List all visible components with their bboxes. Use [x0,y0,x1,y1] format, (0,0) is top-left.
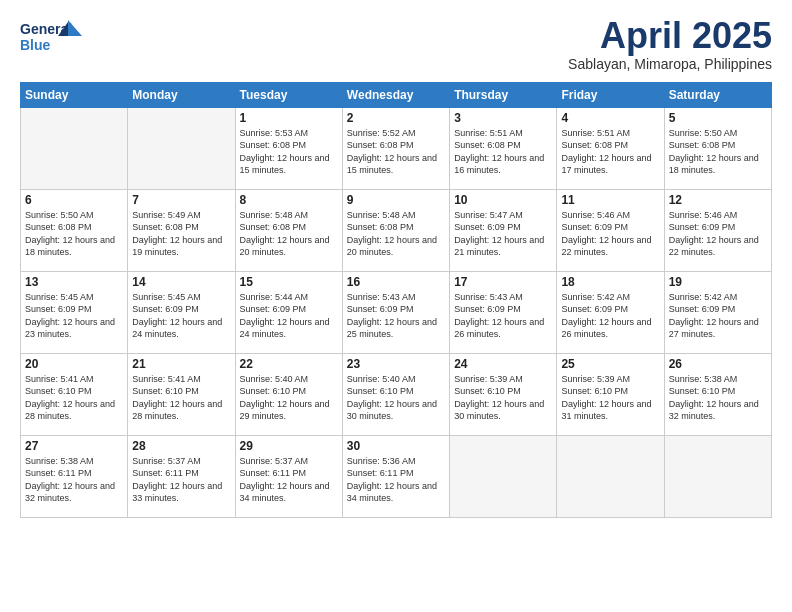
cell-info: Sunrise: 5:46 AM Sunset: 6:09 PM Dayligh… [669,209,767,259]
weekday-header-tuesday: Tuesday [235,82,342,107]
day-number: 14 [132,275,230,289]
day-number: 29 [240,439,338,453]
calendar-cell: 30Sunrise: 5:36 AM Sunset: 6:11 PM Dayli… [342,435,449,517]
logo: General Blue [20,16,90,62]
cell-info: Sunrise: 5:50 AM Sunset: 6:08 PM Dayligh… [669,127,767,177]
day-number: 22 [240,357,338,371]
weekday-header-sunday: Sunday [21,82,128,107]
calendar-cell: 25Sunrise: 5:39 AM Sunset: 6:10 PM Dayli… [557,353,664,435]
logo-block: General Blue [20,16,90,62]
calendar-cell: 21Sunrise: 5:41 AM Sunset: 6:10 PM Dayli… [128,353,235,435]
calendar-cell: 12Sunrise: 5:46 AM Sunset: 6:09 PM Dayli… [664,189,771,271]
day-number: 7 [132,193,230,207]
day-number: 3 [454,111,552,125]
calendar-cell: 4Sunrise: 5:51 AM Sunset: 6:08 PM Daylig… [557,107,664,189]
calendar-cell: 24Sunrise: 5:39 AM Sunset: 6:10 PM Dayli… [450,353,557,435]
calendar-cell: 28Sunrise: 5:37 AM Sunset: 6:11 PM Dayli… [128,435,235,517]
cell-info: Sunrise: 5:51 AM Sunset: 6:08 PM Dayligh… [454,127,552,177]
day-number: 30 [347,439,445,453]
weekday-header-friday: Friday [557,82,664,107]
month-title: April 2025 [568,16,772,56]
day-number: 27 [25,439,123,453]
day-number: 12 [669,193,767,207]
calendar-cell: 22Sunrise: 5:40 AM Sunset: 6:10 PM Dayli… [235,353,342,435]
calendar-cell: 15Sunrise: 5:44 AM Sunset: 6:09 PM Dayli… [235,271,342,353]
day-number: 2 [347,111,445,125]
cell-info: Sunrise: 5:47 AM Sunset: 6:09 PM Dayligh… [454,209,552,259]
calendar-cell: 11Sunrise: 5:46 AM Sunset: 6:09 PM Dayli… [557,189,664,271]
cell-info: Sunrise: 5:48 AM Sunset: 6:08 PM Dayligh… [347,209,445,259]
cell-info: Sunrise: 5:43 AM Sunset: 6:09 PM Dayligh… [347,291,445,341]
calendar-cell [21,107,128,189]
cell-info: Sunrise: 5:41 AM Sunset: 6:10 PM Dayligh… [25,373,123,423]
day-number: 10 [454,193,552,207]
cell-info: Sunrise: 5:51 AM Sunset: 6:08 PM Dayligh… [561,127,659,177]
cell-info: Sunrise: 5:50 AM Sunset: 6:08 PM Dayligh… [25,209,123,259]
calendar-cell: 17Sunrise: 5:43 AM Sunset: 6:09 PM Dayli… [450,271,557,353]
calendar-cell: 19Sunrise: 5:42 AM Sunset: 6:09 PM Dayli… [664,271,771,353]
day-number: 24 [454,357,552,371]
cell-info: Sunrise: 5:45 AM Sunset: 6:09 PM Dayligh… [25,291,123,341]
weekday-header-thursday: Thursday [450,82,557,107]
day-number: 6 [25,193,123,207]
cell-info: Sunrise: 5:44 AM Sunset: 6:09 PM Dayligh… [240,291,338,341]
calendar-cell: 8Sunrise: 5:48 AM Sunset: 6:08 PM Daylig… [235,189,342,271]
cell-info: Sunrise: 5:42 AM Sunset: 6:09 PM Dayligh… [561,291,659,341]
calendar-cell [664,435,771,517]
calendar-cell: 1Sunrise: 5:53 AM Sunset: 6:08 PM Daylig… [235,107,342,189]
cell-info: Sunrise: 5:42 AM Sunset: 6:09 PM Dayligh… [669,291,767,341]
cell-info: Sunrise: 5:43 AM Sunset: 6:09 PM Dayligh… [454,291,552,341]
day-number: 19 [669,275,767,289]
day-number: 16 [347,275,445,289]
calendar-table: SundayMondayTuesdayWednesdayThursdayFrid… [20,82,772,518]
title-block: April 2025 Sablayan, Mimaropa, Philippin… [568,16,772,72]
calendar-cell: 20Sunrise: 5:41 AM Sunset: 6:10 PM Dayli… [21,353,128,435]
calendar-cell: 14Sunrise: 5:45 AM Sunset: 6:09 PM Dayli… [128,271,235,353]
cell-info: Sunrise: 5:36 AM Sunset: 6:11 PM Dayligh… [347,455,445,505]
header: General Blue April 2025 Sablayan, Mimaro… [20,16,772,72]
cell-info: Sunrise: 5:40 AM Sunset: 6:10 PM Dayligh… [347,373,445,423]
calendar-cell: 18Sunrise: 5:42 AM Sunset: 6:09 PM Dayli… [557,271,664,353]
calendar-cell: 7Sunrise: 5:49 AM Sunset: 6:08 PM Daylig… [128,189,235,271]
calendar-cell: 10Sunrise: 5:47 AM Sunset: 6:09 PM Dayli… [450,189,557,271]
day-number: 8 [240,193,338,207]
cell-info: Sunrise: 5:53 AM Sunset: 6:08 PM Dayligh… [240,127,338,177]
day-number: 23 [347,357,445,371]
day-number: 5 [669,111,767,125]
location: Sablayan, Mimaropa, Philippines [568,56,772,72]
cell-info: Sunrise: 5:49 AM Sunset: 6:08 PM Dayligh… [132,209,230,259]
svg-text:Blue: Blue [20,37,51,53]
day-number: 11 [561,193,659,207]
page: General Blue April 2025 Sablayan, Mimaro… [0,0,792,612]
day-number: 4 [561,111,659,125]
cell-info: Sunrise: 5:46 AM Sunset: 6:09 PM Dayligh… [561,209,659,259]
weekday-header-monday: Monday [128,82,235,107]
weekday-header-wednesday: Wednesday [342,82,449,107]
cell-info: Sunrise: 5:48 AM Sunset: 6:08 PM Dayligh… [240,209,338,259]
cell-info: Sunrise: 5:52 AM Sunset: 6:08 PM Dayligh… [347,127,445,177]
day-number: 17 [454,275,552,289]
day-number: 21 [132,357,230,371]
weekday-header-saturday: Saturday [664,82,771,107]
logo-svg: General Blue [20,16,90,58]
calendar-cell: 6Sunrise: 5:50 AM Sunset: 6:08 PM Daylig… [21,189,128,271]
day-number: 26 [669,357,767,371]
cell-info: Sunrise: 5:39 AM Sunset: 6:10 PM Dayligh… [454,373,552,423]
calendar-cell: 26Sunrise: 5:38 AM Sunset: 6:10 PM Dayli… [664,353,771,435]
svg-marker-1 [68,20,82,36]
cell-info: Sunrise: 5:38 AM Sunset: 6:10 PM Dayligh… [669,373,767,423]
day-number: 28 [132,439,230,453]
week-row-0: 1Sunrise: 5:53 AM Sunset: 6:08 PM Daylig… [21,107,772,189]
calendar-cell: 9Sunrise: 5:48 AM Sunset: 6:08 PM Daylig… [342,189,449,271]
cell-info: Sunrise: 5:37 AM Sunset: 6:11 PM Dayligh… [240,455,338,505]
day-number: 25 [561,357,659,371]
week-row-3: 20Sunrise: 5:41 AM Sunset: 6:10 PM Dayli… [21,353,772,435]
calendar-cell: 27Sunrise: 5:38 AM Sunset: 6:11 PM Dayli… [21,435,128,517]
week-row-2: 13Sunrise: 5:45 AM Sunset: 6:09 PM Dayli… [21,271,772,353]
calendar-cell [450,435,557,517]
cell-info: Sunrise: 5:37 AM Sunset: 6:11 PM Dayligh… [132,455,230,505]
calendar-cell [128,107,235,189]
cell-info: Sunrise: 5:38 AM Sunset: 6:11 PM Dayligh… [25,455,123,505]
calendar-cell [557,435,664,517]
day-number: 18 [561,275,659,289]
